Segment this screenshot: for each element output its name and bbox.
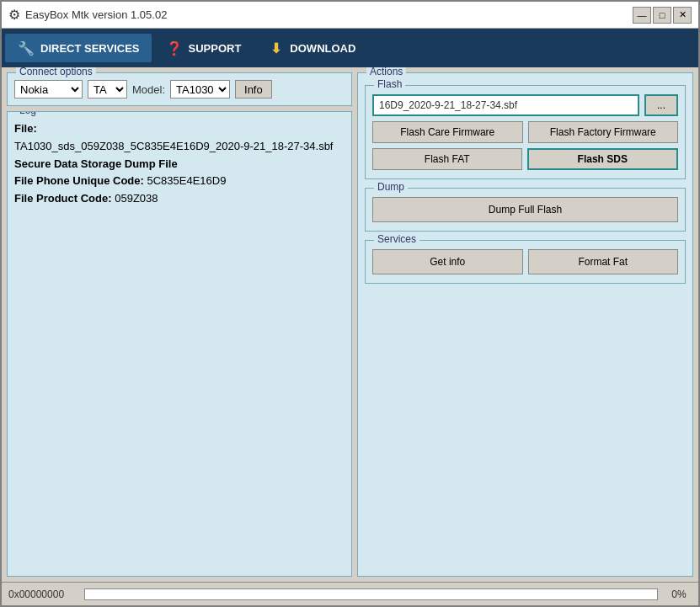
log-label: Log [16,111,40,116]
title-bar: ⚙ EasyBox Mtk version 1.05.02 — □ ✕ [2,2,698,29]
type-select[interactable]: TA RM RH [88,80,127,99]
status-bar: 0x00000000 0% [2,582,698,605]
main-area: Connect options Nokia Samsung LG TA RM R… [2,67,698,582]
log-file-line: File: [14,120,345,138]
left-panel: Connect options Nokia Samsung LG TA RM R… [7,72,352,577]
flash-filename: 16D9_2020-9-21_18-27-34.sbf [372,94,639,116]
nav-support[interactable]: ❓ SUPPORT [153,34,254,62]
progress-text: 0% [666,588,692,600]
services-section: Services Get info Format Fat [365,240,686,284]
flash-care-firmware-button[interactable]: Flash Care Firmware [372,121,523,143]
services-buttons-row: Get info Format Fat [372,249,678,274]
log-box: Log File: TA1030_sds_059Z038_5C835E4E16D… [7,111,352,577]
wrench-icon: 🔧 [17,39,35,57]
nav-download-label: DOWNLOAD [290,42,355,55]
dump-section: Dump Dump Full Flash [365,188,686,232]
dump-label: Dump [374,181,408,193]
download-icon: ⬇ [266,39,285,57]
nav-support-label: SUPPORT [189,42,242,55]
log-secure-data: Secure Data Storage Dump File [14,156,345,173]
model-label: Model: [132,83,165,96]
browse-button[interactable]: ... [644,94,678,116]
info-button[interactable]: Info [235,80,272,99]
maximize-button[interactable]: □ [653,7,671,24]
navbar: 🔧 DIRECT SERVICES ❓ SUPPORT ⬇ DOWNLOAD [2,29,698,67]
actions-label: Actions [366,67,406,77]
flash-buttons-row-1: Flash Care Firmware Flash Factory Firmwa… [372,121,678,143]
close-button[interactable]: ✕ [673,7,692,24]
format-fat-button[interactable]: Format Fat [528,249,679,274]
right-panel: Actions Flash 16D9_2020-9-21_18-27-34.sb… [357,72,693,577]
log-phone-code-line: File Phone Unique Code: 5C835E4E16D9 [14,173,345,190]
window-icon: ⚙ [8,7,20,23]
log-product-code-label: File Product Code: [14,192,112,205]
flash-section: Flash 16D9_2020-9-21_18-27-34.sbf ... Fl… [365,85,686,179]
flash-fat-button[interactable]: Flash FAT [372,148,522,170]
minimize-button[interactable]: — [633,7,651,24]
log-product-code-line: File Product Code: 059Z038 [14,190,345,208]
log-content: File: TA1030_sds_059Z038_5C835E4E16D9_20… [14,120,345,208]
status-address: 0x00000000 [8,588,76,600]
connect-row: Nokia Samsung LG TA RM RH Model: TA1030 … [14,80,345,99]
connect-options-label: Connect options [16,67,96,77]
nav-direct-services-label: DIRECT SERVICES [40,42,140,55]
log-phone-code-value: 5C835E4E16D9 [147,174,226,187]
flash-file-row: 16D9_2020-9-21_18-27-34.sbf ... [372,94,678,116]
question-icon: ❓ [165,39,184,57]
model-select[interactable]: TA1030 TA1020 TA1010 [170,80,230,99]
services-label: Services [374,233,419,245]
log-file-value: TA1030_sds_059Z038_5C835E4E16D9_2020-9-2… [14,138,345,156]
flash-buttons-row-2: Flash FAT Flash SDS [372,148,678,170]
nav-direct-services[interactable]: 🔧 DIRECT SERVICES [5,34,152,62]
actions-box: Actions Flash 16D9_2020-9-21_18-27-34.sb… [357,72,693,577]
flash-sds-button[interactable]: Flash SDS [527,148,679,170]
nav-download[interactable]: ⬇ DOWNLOAD [254,34,367,62]
window-title: EasyBox Mtk version 1.05.02 [25,8,167,21]
main-window: ⚙ EasyBox Mtk version 1.05.02 — □ ✕ 🔧 DI… [0,0,700,607]
dump-full-flash-button[interactable]: Dump Full Flash [372,197,678,222]
log-phone-code-label: File Phone Unique Code: [14,174,144,187]
title-bar-controls: — □ ✕ [633,7,692,24]
connect-options-box: Connect options Nokia Samsung LG TA RM R… [7,72,352,106]
flash-label: Flash [374,78,405,90]
log-product-code-value: 059Z038 [115,192,158,205]
progress-bar-container [84,588,658,600]
title-bar-left: ⚙ EasyBox Mtk version 1.05.02 [8,7,167,23]
brand-select[interactable]: Nokia Samsung LG [14,80,83,99]
get-info-button[interactable]: Get info [372,249,523,274]
flash-factory-firmware-button[interactable]: Flash Factory Firmware [528,121,679,143]
log-file-label: File: [14,122,37,135]
